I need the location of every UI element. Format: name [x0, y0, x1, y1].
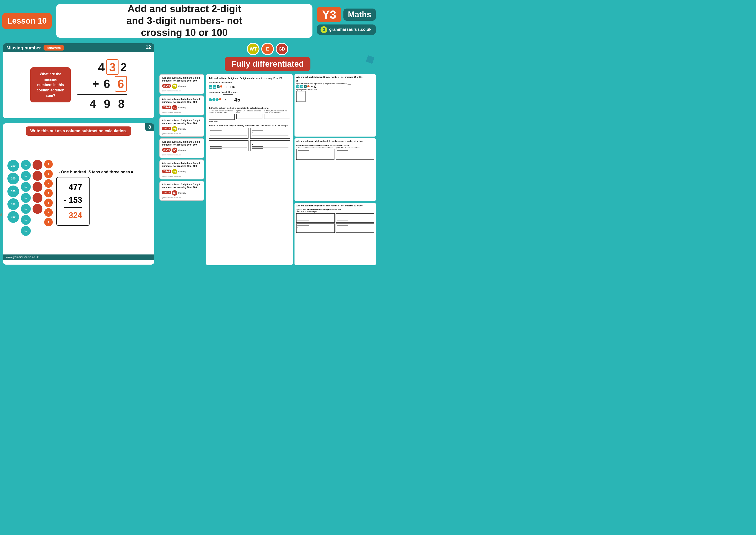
ws-q3b: b) 600 + 140 + 25 add 2 tens and 3 ones. [236, 110, 262, 120]
ws-c-box1: + [296, 213, 335, 223]
counter-10-6: 10 [21, 215, 31, 225]
ws-card-1-title: Add and subtract 2-digit and 3-digit num… [162, 76, 202, 82]
ws-b-b-text: b) 600 + 140 + 25 add 2 tens and 3 ones. [336, 147, 374, 149]
wc-b2-l2 [337, 219, 348, 219]
qfinal-b2-l3 [252, 136, 263, 136]
ws-card-2[interactable]: Add and subtract 2-digit and 3-digit num… [159, 96, 204, 115]
ws-q2-content: ___ + ___ ___ 45 [209, 94, 290, 105]
wc-b3-l3 [297, 231, 309, 231]
add-bottom-line: + ___ [225, 98, 231, 101]
main-title: Add and subtract 2-digit and 3-digit num… [126, 3, 242, 39]
ws-q3c-text: c) 2 tens, 6 hundreds and 25 mm minus 3 … [264, 110, 290, 113]
ws-url-5: grammarsaurus.co.uk [162, 175, 202, 177]
plus-32: + 32 [230, 86, 235, 89]
ws-a-q1: 1) [296, 80, 374, 82]
ws-q3c: c) 2 tens, 6 hundreds and 25 mm minus 3 … [264, 110, 290, 120]
tens-column: 10 10 10 10 10 10 10 [21, 160, 31, 236]
pv-circles-q2 [209, 98, 221, 101]
subtrahend: - 153 [64, 194, 82, 207]
title-box: Add and subtract 2-digit and 3-digit num… [56, 4, 312, 38]
slide-header-text: Missing number [7, 45, 41, 50]
result-digits: 4 9 8 [90, 97, 127, 110]
ws-fluency-1: Fluency [178, 85, 186, 87]
ws-qfinal-label: 3) Find four different ways of making th… [209, 125, 290, 127]
add-result-box: ___ + ___ ___ [223, 94, 233, 105]
ws-overlay-a-title: Add and subtract 2-digit and 3-digit num… [296, 76, 374, 79]
slide-instruction: Write this out as a column subtraction c… [3, 123, 154, 141]
diff-banner-container: WT E GD Fully differentiated [159, 43, 376, 71]
badges-row: WT E GD [247, 43, 288, 55]
ws-main-title: Add and subtract 2-digit and 3-digit num… [209, 77, 290, 80]
ws-level-circle-3: VT [172, 126, 177, 132]
pv-1-1: 1 [220, 85, 222, 88]
wc-b2-minus: - [337, 216, 338, 218]
ws-card-5[interactable]: Add and subtract 2-digit and 3-digit num… [159, 159, 204, 180]
wc-b4-plus: + [337, 226, 338, 228]
qfinal-plus1: + [210, 131, 211, 133]
wc-b1-l1 [297, 215, 309, 215]
digit-space: 6 [101, 77, 113, 91]
red-counter-3 [33, 182, 42, 192]
add-answer-line: ___ [225, 101, 231, 104]
wc-b4-l1 [337, 225, 348, 226]
ws-c-box3: - [296, 223, 335, 233]
bottom-bar: www.grammarsaurus.co.uk [3, 254, 154, 260]
ws-badge-3: 2+2=4 [162, 127, 171, 130]
counter-10-7: 10 [21, 226, 31, 236]
ws-b-a-box [296, 149, 335, 160]
ws-add-l1: ___ [298, 92, 304, 95]
answers-button[interactable]: answers [43, 45, 64, 50]
y3-badge: Y3 [317, 7, 341, 22]
ws-url-3: grammarsaurus.co.uk [162, 132, 202, 134]
and-6-ones-text: and 6 ones [209, 121, 290, 123]
slide-number-top: 12 [143, 43, 154, 51]
counter-100-2: 100 [7, 173, 19, 184]
ws-overlay-a: Add and subtract 2-digit and 3-digit num… [294, 74, 376, 137]
slide-number-bottom: 8 [145, 123, 154, 131]
ws-overlay-c: Add and subtract 2-digit and 3-digit num… [294, 203, 376, 265]
math-line [77, 94, 127, 95]
math-result-row: 4 9 8 [90, 97, 127, 110]
counter-1-3: 1 [44, 179, 53, 188]
ws-level-3: VT Fluency [172, 126, 186, 132]
right-badges: Y3 Maths G grammarsaurus.co.uk [317, 7, 376, 35]
c-100-a [209, 98, 212, 101]
ws-c-grid: + - [296, 213, 374, 233]
ws-fluency-4: Fluency [178, 149, 186, 152]
ws-card-6[interactable]: Add and subtract 2-digit and 3-digit num… [159, 181, 204, 201]
wb-a-l3 [298, 158, 309, 158]
qfinal-b2-l1 [252, 130, 263, 130]
q3a-line3 [210, 118, 222, 118]
ws-q3b-text: b) 600 + 140 + 25 add 2 tens and 3 ones. [236, 110, 262, 113]
ws-card-1[interactable]: Add and subtract 2-digit and 3-digit num… [159, 74, 204, 94]
ws-q1-label: 1) Complete the addition. [209, 81, 290, 84]
slide-subtraction: 8 Write this out as a column subtraction… [2, 123, 155, 265]
ws-b-col-b: b) 600 + 140 + 25 add 2 tens and 3 ones. [336, 147, 374, 160]
ws-q3-parts: a) 4 hundreds, 17 tens and 7 ones subtra… [209, 110, 290, 120]
ws-level-2: GD Fluency [172, 105, 186, 110]
plus-op: + [225, 85, 228, 89]
ws-c-100-2: 100 [300, 85, 303, 88]
ws-level-circle-4: GD [172, 148, 177, 153]
hundreds-column: 100 100 100 100 100 [7, 160, 19, 223]
qfinal-b3-l1 [210, 143, 222, 143]
ws-q3: 3) Use the column method to complete the… [209, 107, 290, 123]
ws-level-1: VT Fluency [172, 84, 186, 89]
red-counter-5 [33, 204, 42, 214]
ws-level-4: GD Fluency [172, 148, 186, 153]
ws-add-box: ___ + ___ ___ [296, 91, 306, 102]
ws-card-3[interactable]: Add and subtract 2-digit and 3-digit num… [159, 117, 204, 137]
ws-card-6-title: Add and subtract 2-digit and 3-digit num… [162, 183, 202, 189]
wc-b3-l1 [297, 225, 309, 226]
counter-100-3: 100 [7, 185, 19, 197]
ws-level-circle-6: GD [172, 190, 177, 196]
ws-card-4[interactable]: Add and subtract 2-digit and 3-digit num… [159, 138, 204, 158]
ws-overlay-pages: Add and subtract 2-digit and 3-digit num… [294, 74, 376, 265]
ws-card-5-bottom: 2+2=4 VT Fluency [162, 169, 202, 174]
wc-b3-div [297, 230, 334, 230]
ws-c-1-1 [307, 85, 310, 87]
instruction-box: Write this out as a column subtraction c… [26, 127, 131, 136]
worksheet-list: Add and subtract 2-digit and 3-digit num… [159, 74, 204, 265]
ws-q2-label: 2) Complete the addition sum. [209, 91, 290, 94]
ws-fluency-3: Fluency [178, 128, 186, 130]
